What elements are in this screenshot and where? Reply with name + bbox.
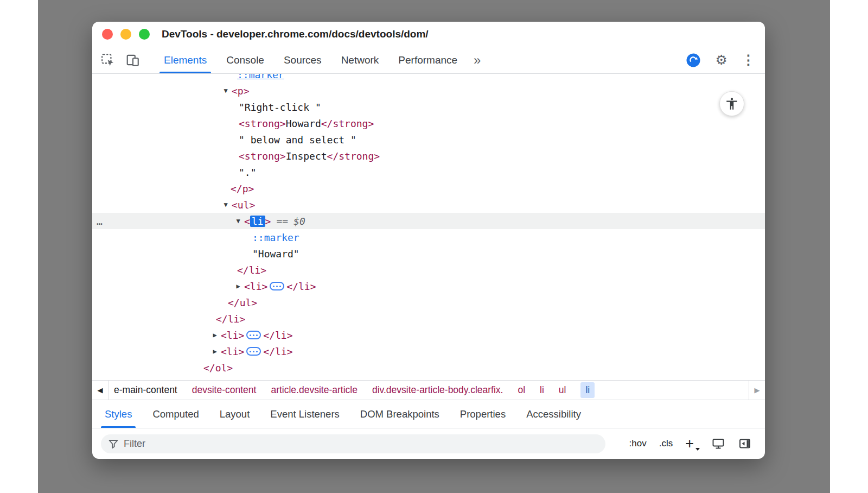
tab-elements[interactable]: Elements	[154, 47, 216, 73]
dom-token-tag[interactable]: </li>	[286, 281, 316, 292]
inspect-element-icon[interactable]	[100, 52, 116, 68]
dom-token-tag[interactable]: </strong>	[327, 150, 380, 162]
dom-tree-row[interactable]: "Right-click "	[92, 99, 765, 115]
tab-network[interactable]: Network	[331, 47, 389, 73]
zoom-window-button[interactable]	[139, 29, 150, 40]
dom-token-plain[interactable]: Howard	[286, 118, 321, 129]
dom-token-plain[interactable]: " below and select "	[239, 134, 356, 146]
settings-gear-icon[interactable]: ⚙	[716, 53, 727, 67]
dom-token-tag[interactable]: <ul>	[232, 199, 255, 211]
sidebar-tab-layout[interactable]: Layout	[209, 400, 260, 428]
breadcrumb-item[interactable]: e-main-content	[114, 384, 177, 396]
minimize-window-button[interactable]	[120, 29, 131, 40]
close-window-button[interactable]	[102, 29, 113, 40]
sidebar-tab-computed[interactable]: Computed	[142, 400, 209, 428]
tab-sources[interactable]: Sources	[274, 47, 331, 73]
dom-token-tag[interactable]: <strong>	[239, 118, 286, 129]
dom-tree-row[interactable]: "."	[92, 164, 765, 180]
dom-token-tag[interactable]: </li>	[216, 313, 245, 325]
dom-token-tag[interactable]: <li>	[221, 346, 244, 357]
sidebar-tab-properties[interactable]: Properties	[450, 400, 516, 428]
dom-tree-row[interactable]: </p>	[92, 180, 765, 197]
breadcrumb-item[interactable]: ul	[559, 384, 566, 396]
sidebar-tab-dom-breakpoints[interactable]: DOM Breakpoints	[350, 400, 450, 428]
inline-expand-ellipsis-button[interactable]	[270, 282, 284, 290]
dom-tree-row[interactable]: " below and select "	[92, 131, 765, 148]
expand-arrow-right-icon[interactable]: ▶	[209, 331, 221, 339]
dom-tree-row[interactable]: "Howard"	[92, 245, 765, 262]
dom-token-plain[interactable]: "Right-click "	[239, 102, 321, 113]
dom-tree-row[interactable]: ▼<p>	[92, 83, 765, 99]
dom-tree-row[interactable]: ::marker	[92, 74, 765, 83]
dom-tree-row[interactable]: </ul>	[92, 294, 765, 311]
dom-token-tag[interactable]: <	[244, 216, 250, 227]
more-tabs-icon[interactable]: »	[467, 47, 487, 73]
plus-icon: +	[685, 435, 694, 452]
breadcrumb-item[interactable]: devsite-content	[192, 384, 257, 396]
toggle-element-state-button[interactable]: :hov	[629, 438, 647, 449]
breadcrumb-item[interactable]: ol	[518, 384, 525, 396]
dom-tree-row[interactable]: ▶<li></li>	[92, 278, 765, 294]
breadcrumb-scroll-left-icon[interactable]: ◀	[92, 381, 108, 400]
dom-token-sel[interactable]: li	[250, 216, 265, 227]
dom-token-tag[interactable]: <li>	[221, 330, 244, 341]
sync-extension-icon[interactable]	[685, 52, 701, 68]
dom-token-tag[interactable]: <p>	[232, 85, 250, 97]
dom-tree-row[interactable]: </li>	[92, 311, 765, 327]
inline-expand-ellipsis-button[interactable]	[246, 347, 261, 356]
dom-token-tag[interactable]: <strong>	[239, 150, 286, 162]
styles-filter-input[interactable]	[101, 434, 605, 453]
elements-panel: ::marker▼<p>"Right-click "<strong>Howard…	[92, 74, 765, 380]
dom-token-tag[interactable]: </li>	[237, 264, 266, 276]
dom-tree-row[interactable]: </li>	[92, 262, 765, 278]
dom-tree-row[interactable]: ▶<li></li>	[92, 343, 765, 359]
breadcrumb-scroll-right-icon[interactable]: ▶	[749, 381, 765, 400]
sidebar-tab-event-listeners[interactable]: Event Listeners	[260, 400, 350, 428]
dom-token-tag[interactable]: <li>	[244, 281, 267, 292]
dom-token-tag[interactable]: </ul>	[228, 297, 257, 308]
dom-tree-row[interactable]: <strong>Inspect</strong>	[92, 148, 765, 164]
toggle-sidebar-icon[interactable]	[738, 437, 752, 451]
kebab-menu-icon[interactable]: ⋮	[742, 53, 755, 67]
dom-token-tag[interactable]: </li>	[263, 330, 292, 341]
element-classes-button[interactable]: .cls	[659, 438, 673, 449]
dom-token-tag[interactable]: </p>	[231, 183, 254, 194]
sidebar-tab-accessibility[interactable]: Accessibility	[516, 400, 591, 428]
breadcrumb-item[interactable]: li	[540, 384, 544, 396]
toolbar-right-icons: ⚙ ⋮	[685, 47, 757, 73]
expand-arrow-right-icon[interactable]: ▶	[209, 347, 221, 355]
dom-token-tag[interactable]: </strong>	[321, 118, 374, 129]
rendering-emulations-icon[interactable]	[711, 437, 725, 451]
dom-token-tag[interactable]: >	[265, 216, 271, 227]
expand-arrow-down-icon[interactable]: ▼	[232, 217, 244, 225]
expand-arrow-down-icon[interactable]: ▼	[220, 87, 232, 94]
device-toolbar-icon[interactable]	[125, 52, 141, 68]
dom-token-plain[interactable]: "."	[239, 167, 257, 178]
dom-tree-row[interactable]: <strong>Howard</strong>	[92, 115, 765, 131]
dom-tree-row[interactable]: …▼<li>==$0	[92, 213, 765, 229]
breadcrumb-item[interactable]: article.devsite-article	[271, 384, 358, 396]
expand-arrow-right-icon[interactable]: ▶	[232, 282, 244, 290]
sidebar-tab-styles[interactable]: Styles	[94, 400, 142, 428]
dom-token-tag[interactable]: </li>	[263, 346, 292, 357]
breadcrumb-item[interactable]: li	[580, 382, 595, 398]
new-style-rule-button[interactable]: +	[685, 437, 699, 451]
expand-arrow-down-icon[interactable]: ▼	[220, 201, 232, 208]
tab-performance[interactable]: Performance	[388, 47, 467, 73]
dom-tree-row[interactable]: ▼<ul>	[92, 197, 765, 213]
dom-token-plain[interactable]: Inspect	[286, 150, 327, 162]
breadcrumb-list: e-main-contentdevsite-contentarticle.dev…	[108, 381, 749, 400]
filter-input-wrap	[101, 434, 605, 453]
inline-expand-ellipsis-button[interactable]	[246, 331, 261, 339]
dom-tree-row[interactable]: </ol>	[92, 359, 765, 376]
dom-tree-row[interactable]: ::marker	[92, 229, 765, 245]
dom-token-pseudo[interactable]: ::marker	[237, 74, 284, 80]
row-overflow-menu-icon[interactable]: …	[97, 216, 103, 227]
dom-token-tag[interactable]: </ol>	[203, 362, 233, 374]
dom-tree-row[interactable]: ▶<li></li>	[92, 327, 765, 343]
dom-token-pseudo[interactable]: ::marker	[252, 232, 299, 243]
tab-console[interactable]: Console	[216, 47, 274, 73]
breadcrumb-item[interactable]: div.devsite-article-body.clearfix.	[372, 384, 503, 396]
accessibility-overlay-button[interactable]	[719, 91, 744, 116]
dom-token-plain[interactable]: "Howard"	[252, 248, 299, 260]
